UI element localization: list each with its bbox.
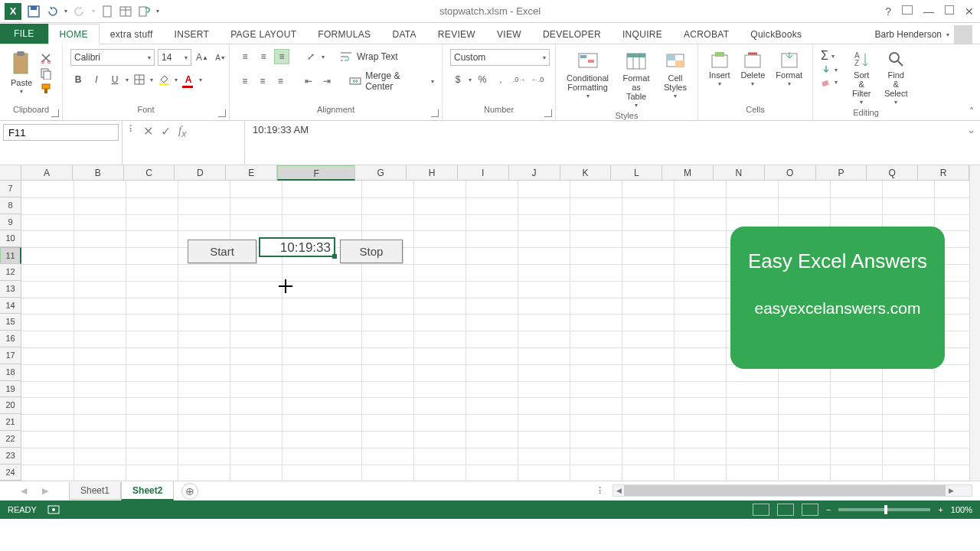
enter-formula-icon[interactable]: ✓ [161,124,171,139]
font-size-combo[interactable]: 14▾ [158,49,191,66]
qat-new-icon[interactable] [101,5,113,18]
sheet-nav-next-icon[interactable]: ▶ [42,486,48,496]
decrease-decimal-icon[interactable]: ←.0 [530,72,545,87]
tab-split-handle[interactable]: ⠇ [598,486,605,497]
tab-inquire[interactable]: INQUIRE [612,24,673,44]
column-header[interactable]: C [124,165,175,181]
new-sheet-button[interactable]: ⊕ [181,483,198,500]
font-name-combo[interactable]: Calibri▾ [70,49,155,66]
row-header[interactable]: 23 [0,448,21,465]
conditional-formatting-button[interactable]: Conditional Formatting▾ [564,49,612,102]
column-header[interactable]: I [458,165,509,181]
delete-cells-button[interactable]: Delete▾ [738,49,769,90]
autosum-button[interactable]: Σ▾ [821,49,838,63]
sheet-tab-sheet1[interactable]: Sheet1 [69,482,121,500]
align-left-icon[interactable]: ≡ [237,73,252,89]
tab-home[interactable]: HOME [48,24,100,44]
zoom-in-icon[interactable]: + [938,505,942,514]
orientation-icon[interactable]: ⤢ [303,49,318,64]
format-as-table-button[interactable]: Format as Table▾ [616,49,656,111]
redo-icon[interactable] [74,5,86,18]
align-bottom-icon[interactable]: ≡ [274,49,289,64]
align-middle-icon[interactable]: ≡ [256,49,271,64]
accounting-format-icon[interactable]: $ [450,72,466,87]
tab-review[interactable]: REVIEW [427,24,486,44]
row-header[interactable]: 17 [0,347,21,364]
tab-file[interactable]: FILE [0,24,48,44]
cut-icon[interactable] [40,52,52,64]
qat-customize-icon[interactable]: ▾ [156,8,159,15]
align-center-icon[interactable]: ≡ [255,73,270,89]
row-header[interactable]: 11 [0,247,21,264]
fill-button[interactable]: ▾ [821,64,838,75]
merge-center-button[interactable]: Merge & Center [365,70,428,92]
column-header[interactable]: K [560,165,612,181]
percent-format-icon[interactable]: % [475,72,490,87]
qat-grid-icon[interactable] [119,5,132,18]
fill-color-button[interactable] [156,72,172,87]
bold-button[interactable]: B [70,72,86,87]
format-painter-icon[interactable] [40,83,52,95]
tab-acrobat[interactable]: ACROBAT [673,24,740,44]
insert-cells-button[interactable]: Insert▾ [706,49,733,90]
ribbon-display-icon[interactable] [902,5,913,15]
tab-developer[interactable]: DEVELOPER [532,24,612,44]
column-header[interactable]: O [765,165,816,181]
column-header[interactable]: L [611,165,662,181]
undo-icon[interactable] [46,5,58,18]
scroll-right-icon[interactable]: ▶ [946,487,956,494]
zoom-level[interactable]: 100% [951,505,972,514]
font-color-button[interactable]: A [181,72,196,87]
user-name[interactable]: Barb Henderson [875,29,942,40]
clear-button[interactable]: ▾ [821,77,838,87]
row-header[interactable]: 24 [0,465,21,481]
row-header[interactable]: 15 [0,314,21,331]
tab-formulas[interactable]: FORMULAS [307,24,381,44]
name-box[interactable] [0,121,122,165]
column-header[interactable]: N [714,165,765,181]
tab-extra-stuff[interactable]: extra stuff [100,24,164,44]
tab-insert[interactable]: INSERT [164,24,220,44]
tab-data[interactable]: DATA [381,24,426,44]
maximize-icon[interactable] [945,5,954,15]
wrap-text-button[interactable]: Wrap Text [357,51,398,62]
increase-decimal-icon[interactable]: .0→ [511,72,527,87]
column-header[interactable]: D [175,165,226,181]
tab-page-layout[interactable]: PAGE LAYOUT [220,24,307,44]
vertical-scrollbar[interactable] [969,165,980,481]
sort-filter-button[interactable]: AZSort & Filter▾ [847,49,876,108]
find-select-button[interactable]: Find & Select▾ [880,49,911,108]
column-header[interactable]: E [226,165,277,181]
row-header[interactable]: 18 [0,364,21,381]
font-launcher-icon[interactable] [218,109,226,117]
column-header[interactable]: R [918,165,969,181]
alignment-launcher-icon[interactable] [431,109,439,117]
undo-dropdown-icon[interactable]: ▾ [64,8,67,15]
user-dropdown-icon[interactable]: ▾ [946,31,949,38]
decrease-indent-icon[interactable]: ⇤ [302,73,316,89]
select-all-corner[interactable] [0,165,21,181]
sheet-tab-sheet2[interactable]: Sheet2 [121,482,174,500]
column-header[interactable]: A [21,165,73,181]
avatar[interactable] [954,25,972,44]
clipboard-launcher-icon[interactable] [51,109,59,117]
qat-refresh-icon[interactable] [138,5,150,18]
borders-button[interactable] [132,72,147,87]
name-box-input[interactable] [3,124,119,141]
collapse-ribbon-icon[interactable]: ˄ [969,106,974,117]
column-header[interactable]: P [816,165,867,181]
column-header[interactable]: H [407,165,458,181]
cancel-formula-icon[interactable]: ✕ [143,124,153,139]
fill-handle[interactable] [332,254,337,259]
copy-icon[interactable] [40,67,52,80]
fx-icon[interactable]: fx [178,124,186,139]
expand-formula-bar-icon[interactable]: ⌄ [967,124,975,135]
name-box-dropdown-icon[interactable]: ⠇ [129,124,136,135]
row-header[interactable]: 20 [0,397,21,414]
sheet-nav-prev-icon[interactable]: ◀ [21,486,27,496]
comma-format-icon[interactable]: , [493,72,508,87]
row-header[interactable]: 21 [0,414,21,431]
row-header[interactable]: 10 [0,230,21,247]
save-icon[interactable] [28,5,40,18]
number-launcher-icon[interactable] [544,109,552,117]
